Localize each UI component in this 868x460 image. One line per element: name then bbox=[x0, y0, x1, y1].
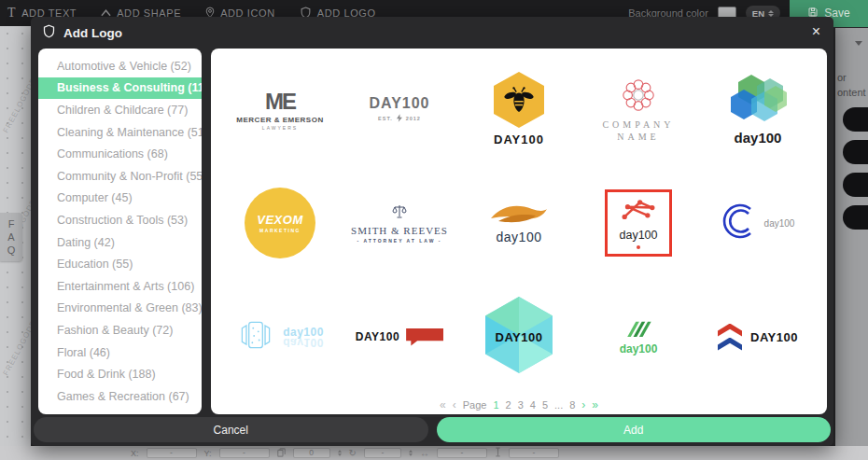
properties-toolbar: X: - Y: - 0 ↻ - ↔ - - bbox=[0, 446, 868, 460]
page-number-8[interactable]: 8 bbox=[569, 399, 575, 411]
category-item-entertainment[interactable]: Entertainment & Arts (106) bbox=[38, 275, 202, 298]
panel-button[interactable] bbox=[843, 140, 868, 164]
page-number-1[interactable]: 1 bbox=[493, 399, 498, 411]
sprouts-icon bbox=[624, 318, 652, 341]
panel-button[interactable] bbox=[843, 107, 868, 132]
category-item-computer[interactable]: Computer (45) bbox=[38, 188, 202, 210]
logo-text: day100 bbox=[735, 130, 782, 146]
logo-grid-panel: ME MERCER & EMERSON LAWYERS DAY100 EST. … bbox=[211, 49, 827, 414]
page-number-3[interactable]: 3 bbox=[518, 399, 524, 411]
logo-text: COMPANY bbox=[602, 118, 674, 131]
first-page-arrow[interactable]: « bbox=[440, 398, 446, 411]
width-arrow-icon: ↔ bbox=[420, 449, 429, 458]
next-page-arrow[interactable]: › bbox=[581, 398, 585, 411]
x-input[interactable]: - bbox=[147, 448, 197, 458]
category-item-dating[interactable]: Dating (42) bbox=[38, 231, 202, 254]
logo-cell-mercer-emerson[interactable]: ME MERCER & EMERSON LAWYERS bbox=[220, 52, 340, 166]
category-item-children[interactable]: Children & Childcare (77) bbox=[38, 99, 202, 121]
logo-cell-c-ring[interactable]: day100 bbox=[698, 166, 818, 280]
height-input[interactable]: - bbox=[509, 448, 559, 458]
logo-text: MARKETING bbox=[259, 228, 301, 233]
rotate-icon[interactable]: ↻ bbox=[349, 449, 357, 458]
prev-page-arrow[interactable]: ‹ bbox=[453, 398, 456, 411]
logo-cell-speech-bubble[interactable]: DAY100 bbox=[340, 280, 459, 394]
language-caret-icon bbox=[768, 10, 774, 17]
category-item-fashion[interactable]: Fashion & Beauty (72) bbox=[38, 319, 202, 342]
category-item-food[interactable]: Food & Drink (188) bbox=[38, 363, 202, 385]
y-label: Y: bbox=[204, 449, 212, 458]
logo-text: DAY100 bbox=[496, 330, 543, 344]
panel-button[interactable] bbox=[843, 173, 868, 197]
page-number-2[interactable]: 2 bbox=[506, 399, 511, 411]
pagination: « ‹ Page 1 2 3 4 5 ... 8 › » bbox=[211, 396, 827, 414]
last-page-arrow[interactable]: » bbox=[592, 398, 598, 411]
modal-header: Add Logo bbox=[42, 24, 122, 42]
category-item-community[interactable]: Community & Non-Profit (55) bbox=[38, 165, 202, 188]
logo-text: DAY100 bbox=[494, 132, 544, 146]
logo-cell-chevrons[interactable]: DAY100 bbox=[698, 280, 818, 394]
logo-cell-day100-est[interactable]: DAY100 EST. 2012 bbox=[340, 52, 459, 166]
eagle-wings-icon bbox=[489, 202, 549, 231]
faq-tab[interactable]: F A Q bbox=[0, 213, 22, 261]
logo-cell-vexom[interactable]: VEXOM MARKETING bbox=[220, 166, 340, 280]
watermark-text: FREELOGODESIGN bbox=[2, 57, 31, 134]
category-item-games[interactable]: Games & Recreation (67) bbox=[38, 385, 202, 408]
logo-text: DAY100 bbox=[750, 330, 798, 344]
lightning-icon bbox=[397, 114, 402, 123]
page-number-4[interactable]: 4 bbox=[530, 399, 536, 411]
close-icon[interactable]: × bbox=[812, 24, 820, 39]
mandala-icon bbox=[619, 76, 658, 118]
category-item-automotive[interactable]: Automotive & Vehicle (52) bbox=[38, 55, 202, 77]
logo-text: day100 bbox=[764, 218, 795, 229]
width-input[interactable]: - bbox=[437, 448, 487, 458]
logo-cell-company-name[interactable]: COMPANY NAME bbox=[579, 52, 698, 166]
logo-text: LAWYERS bbox=[262, 125, 298, 131]
selection-dot bbox=[637, 245, 640, 249]
category-item-education[interactable]: Education (55) bbox=[38, 253, 202, 275]
rotation-input[interactable]: - bbox=[364, 448, 401, 458]
page-ellipsis: 5 bbox=[542, 399, 548, 411]
category-item-cleaning[interactable]: Cleaning & Maintenance (51) bbox=[38, 121, 202, 144]
constellation-icon bbox=[617, 197, 660, 227]
logo-text: 2012 bbox=[406, 116, 421, 121]
add-logo-modal: Add Logo × Automotive & Vehicle (52) Bus… bbox=[31, 17, 833, 446]
faq-letter: A bbox=[7, 230, 14, 244]
logo-text: day100 bbox=[620, 342, 658, 355]
x-label: X: bbox=[131, 449, 139, 458]
page-ellipsis: ... bbox=[554, 399, 563, 411]
logo-cell-teal-hexagon[interactable]: DAY100 bbox=[459, 280, 579, 394]
category-list: Automotive & Vehicle (52) Business & Con… bbox=[38, 49, 202, 414]
cancel-button[interactable]: Cancel bbox=[34, 417, 428, 442]
logo-text: NAME bbox=[617, 131, 659, 143]
logo-text: VEXOM bbox=[257, 213, 302, 227]
category-item-communications[interactable]: Communications (68) bbox=[38, 143, 202, 165]
category-item-business[interactable]: Business & Consulting (111) bbox=[38, 77, 202, 100]
logo-cell-hex-cluster[interactable]: day100 bbox=[698, 52, 818, 166]
rotation-stepper[interactable] bbox=[409, 450, 413, 456]
shield-icon bbox=[42, 24, 56, 42]
selection-frame: day100 bbox=[605, 189, 672, 257]
panel-button[interactable] bbox=[843, 205, 868, 230]
buildings-icon bbox=[236, 317, 275, 356]
vexom-circle-icon: VEXOM MARKETING bbox=[245, 188, 315, 258]
app-root: T ADD TEXT ADD SHAPE ADD ICON ADD LOGO B… bbox=[0, 0, 868, 460]
logo-text: day100 bbox=[497, 230, 542, 244]
category-item-construction[interactable]: Construction & Tools (53) bbox=[38, 209, 202, 231]
logo-cell-bee-hexagon[interactable]: DAY100 bbox=[459, 52, 579, 166]
logo-text: SMITH & REEVES bbox=[351, 225, 448, 236]
angle-stepper[interactable] bbox=[338, 450, 342, 456]
add-button[interactable]: Add bbox=[437, 417, 832, 442]
logo-cell-sprouts[interactable]: day100 bbox=[579, 280, 698, 394]
y-input[interactable]: - bbox=[219, 448, 270, 458]
logo-cell-smith-reeves[interactable]: SMITH & REEVES - ATTORNEY AT LAW - bbox=[340, 166, 459, 280]
speech-bubble-icon bbox=[406, 328, 443, 346]
scales-icon bbox=[392, 203, 407, 223]
logo-cell-eagle[interactable]: day100 bbox=[459, 166, 579, 280]
logo-cell-buildings[interactable]: day100 day100 bbox=[220, 280, 340, 394]
category-item-environmental[interactable]: Environmental & Green (83) bbox=[38, 298, 202, 320]
logo-text: MERCER & EMERSON bbox=[236, 116, 323, 124]
logo-text: - ATTORNEY AT LAW - bbox=[357, 238, 442, 244]
category-item-floral[interactable]: Floral (46) bbox=[38, 342, 202, 364]
logo-cell-constellation-selected[interactable]: day100 bbox=[579, 166, 698, 280]
angle-input[interactable]: 0 bbox=[293, 448, 330, 458]
